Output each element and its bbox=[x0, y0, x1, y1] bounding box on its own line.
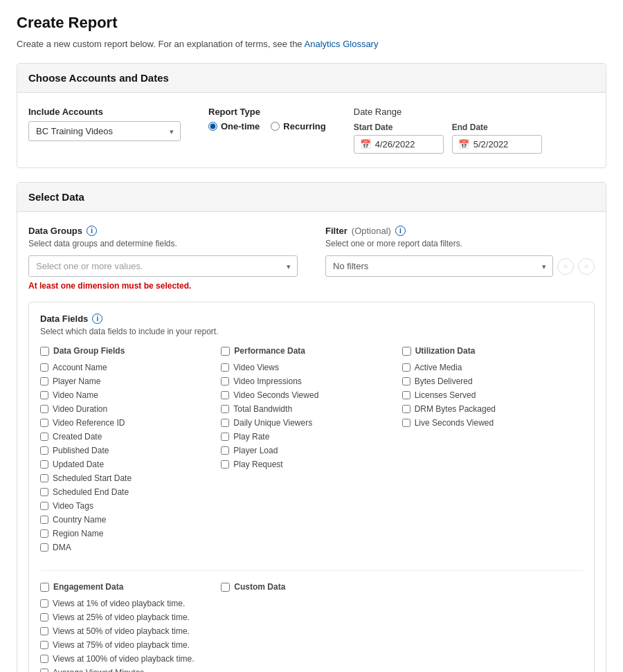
data-fields-desc: Select which data fields to include in y… bbox=[40, 327, 583, 336]
filter-col: Filter (Optional) i Select one or more r… bbox=[325, 226, 595, 277]
account-select[interactable]: BC Training Videos bbox=[28, 121, 181, 141]
cb-bytes-delivered[interactable] bbox=[402, 377, 410, 385]
fields-grid: Data Group Fields Account Name Player Na… bbox=[40, 346, 583, 556]
onetime-radio[interactable] bbox=[208, 122, 217, 131]
engagement-data-checkbox[interactable] bbox=[40, 583, 49, 592]
intro-text: Create a new custom report below. For an… bbox=[17, 39, 606, 49]
cb-licenses-served[interactable] bbox=[402, 391, 410, 399]
cb-video-impressions[interactable] bbox=[221, 377, 229, 385]
cb-active-media[interactable] bbox=[402, 363, 410, 372]
data-group-fields-header: Data Group Fields bbox=[40, 346, 213, 356]
field-video-reference-id: Video Reference ID bbox=[40, 418, 213, 428]
filter-select[interactable]: No filters bbox=[325, 255, 553, 277]
cb-drm-bytes-packaged[interactable] bbox=[402, 405, 410, 413]
cb-play-request[interactable] bbox=[221, 460, 229, 469]
cb-player-name[interactable] bbox=[40, 377, 48, 385]
cb-created-date[interactable] bbox=[40, 433, 48, 441]
data-groups-col-header: Data Groups i bbox=[28, 226, 298, 236]
field-country-name: Country Name bbox=[40, 515, 213, 525]
engagement-data-label: Engagement Data bbox=[53, 582, 123, 592]
performance-data-header: Performance Data bbox=[221, 346, 393, 356]
cb-published-date[interactable] bbox=[40, 446, 48, 455]
filter-circle-btn-2[interactable]: ○ bbox=[578, 258, 595, 275]
cb-scheduled-end-date[interactable] bbox=[40, 488, 48, 496]
data-groups-info-icon[interactable]: i bbox=[87, 226, 97, 236]
field-account-name: Account Name bbox=[40, 363, 213, 372]
cb-views-100pct[interactable] bbox=[40, 655, 48, 663]
filter-info-icon[interactable]: i bbox=[395, 226, 406, 236]
data-groups-select[interactable]: Select one or more values. bbox=[28, 255, 298, 277]
field-published-date: Published Date bbox=[40, 446, 213, 455]
recurring-option[interactable]: Recurring bbox=[271, 121, 325, 131]
field-live-seconds-viewed: Live Seconds Viewed bbox=[402, 418, 575, 428]
start-date-field: Start Date 📅 bbox=[354, 122, 444, 154]
field-daily-unique-viewers: Daily Unique Viewers bbox=[221, 418, 393, 428]
field-dma: DMA bbox=[40, 543, 213, 552]
data-groups-label: Data Groups bbox=[28, 226, 82, 236]
cb-play-rate[interactable] bbox=[221, 433, 229, 441]
accounts-dates-header: Choose Accounts and Dates bbox=[17, 64, 606, 93]
select-data-header: Select Data bbox=[17, 183, 606, 212]
utilization-data-checkbox[interactable] bbox=[402, 347, 411, 356]
accounts-dates-body: Include Accounts BC Training Videos Repo… bbox=[17, 93, 606, 167]
cb-scheduled-start-date[interactable] bbox=[40, 474, 48, 482]
filter-circle-btn-1[interactable]: ○ bbox=[557, 258, 574, 275]
recurring-radio[interactable] bbox=[271, 122, 280, 131]
cb-video-seconds-viewed[interactable] bbox=[221, 391, 229, 399]
custom-data-checkbox[interactable] bbox=[221, 583, 230, 592]
field-total-bandwidth: Total Bandwidth bbox=[221, 404, 393, 414]
engagement-col: Engagement Data Views at 1% of video pla… bbox=[40, 582, 221, 672]
cb-video-duration[interactable] bbox=[40, 405, 48, 413]
field-drm-bytes-packaged: DRM Bytes Packaged bbox=[402, 404, 575, 414]
field-player-name: Player Name bbox=[40, 376, 213, 386]
field-video-name: Video Name bbox=[40, 390, 213, 400]
start-date-input[interactable] bbox=[375, 139, 437, 149]
performance-data-col: Performance Data Video Views Video Impre… bbox=[221, 346, 401, 556]
cb-total-bandwidth[interactable] bbox=[221, 405, 229, 413]
data-groups-select-wrapper: Select one or more values. bbox=[28, 255, 298, 277]
cb-region-name[interactable] bbox=[40, 529, 48, 538]
start-date-wrapper: 📅 bbox=[354, 135, 444, 154]
field-video-impressions: Video Impressions bbox=[221, 376, 393, 386]
cb-avg-viewed-minutes[interactable] bbox=[40, 669, 48, 672]
cb-video-views[interactable] bbox=[221, 363, 229, 372]
utilization-data-label: Utilization Data bbox=[415, 346, 476, 356]
cb-account-name[interactable] bbox=[40, 363, 48, 372]
data-groups-col: Data Groups i Select data groups and det… bbox=[28, 226, 298, 291]
cb-country-name[interactable] bbox=[40, 516, 48, 524]
cb-video-reference-id[interactable] bbox=[40, 419, 48, 427]
data-group-fields-checkbox[interactable] bbox=[40, 347, 49, 356]
filter-select-wrapper: No filters bbox=[325, 255, 553, 277]
cb-views-75pct[interactable] bbox=[40, 641, 48, 649]
cb-video-tags[interactable] bbox=[40, 502, 48, 510]
engagement-custom-row: Engagement Data Views at 1% of video pla… bbox=[40, 570, 583, 672]
glossary-link[interactable]: Analytics Glossary bbox=[305, 39, 379, 49]
report-type-label: Report Type bbox=[208, 107, 326, 117]
performance-data-checkbox[interactable] bbox=[221, 347, 230, 356]
dimension-error: At least one dimension must be selected. bbox=[28, 281, 298, 291]
data-fields-header: Data Fields i bbox=[40, 314, 583, 324]
cb-updated-date[interactable] bbox=[40, 460, 48, 469]
cb-daily-unique-viewers[interactable] bbox=[221, 419, 229, 427]
cb-live-seconds-viewed[interactable] bbox=[402, 419, 410, 427]
cb-player-load[interactable] bbox=[221, 446, 229, 455]
end-date-input[interactable] bbox=[473, 139, 536, 149]
field-created-date: Created Date bbox=[40, 432, 213, 442]
cb-views-50pct[interactable] bbox=[40, 627, 48, 635]
cb-video-name[interactable] bbox=[40, 391, 48, 399]
onetime-option[interactable]: One-time bbox=[208, 121, 260, 131]
onetime-label: One-time bbox=[221, 121, 260, 131]
accounts-dates-section: Choose Accounts and Dates Include Accoun… bbox=[17, 63, 606, 168]
data-fields-info-icon[interactable]: i bbox=[92, 314, 102, 324]
field-bytes-delivered: Bytes Delivered bbox=[402, 376, 575, 386]
include-accounts-label: Include Accounts bbox=[28, 107, 181, 117]
cb-dma[interactable] bbox=[40, 543, 48, 552]
field-play-rate: Play Rate bbox=[221, 432, 393, 442]
cb-views-1pct[interactable] bbox=[40, 599, 48, 608]
custom-data-label: Custom Data bbox=[234, 582, 285, 592]
data-fields-section: Data Fields i Select which data fields t… bbox=[28, 302, 595, 672]
cb-views-25pct[interactable] bbox=[40, 613, 48, 621]
field-scheduled-end-date: Scheduled End Date bbox=[40, 487, 213, 497]
end-date-label: End Date bbox=[452, 122, 542, 132]
field-avg-viewed-minutes: Average Viewed Minutes bbox=[40, 668, 213, 672]
